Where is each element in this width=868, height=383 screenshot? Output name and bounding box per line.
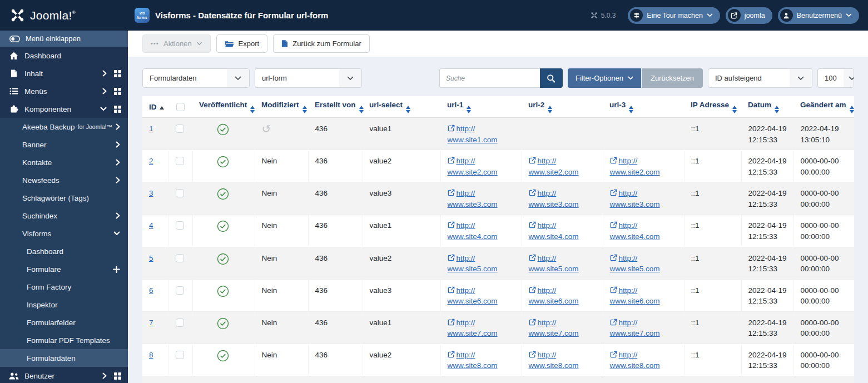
url-link[interactable]: http://www.site6.com (448, 286, 498, 306)
column-header-id[interactable]: ID (142, 96, 168, 118)
column-header-url-2[interactable]: url-2 (522, 96, 603, 118)
reset-button[interactable]: Zurücksetzen (642, 68, 703, 88)
record-id-link[interactable]: 2 (149, 157, 153, 165)
sidebar-item-schlagw-rter-tags[interactable]: Schlagwörter (Tags) (0, 189, 128, 207)
row-checkbox[interactable] (176, 157, 184, 165)
sidebar-item-formular-pdf-templates[interactable]: Formular PDF Templates (0, 331, 128, 349)
url-link[interactable]: http://www.site6.com (529, 286, 579, 306)
published-icon[interactable] (217, 220, 229, 236)
column-header-erstellt-von[interactable]: Erstellt von (308, 96, 363, 118)
sidebar-item-men-s[interactable]: Menüs (0, 82, 128, 100)
published-icon[interactable] (217, 123, 229, 139)
sidebar-item-kontakte[interactable]: Kontakte (0, 153, 128, 171)
column-header-url-select[interactable]: url-select (363, 96, 440, 118)
url-link[interactable]: http://www.site5.com (610, 254, 660, 273)
url-link[interactable]: http://www.site7.com (529, 319, 579, 338)
column-header-datum[interactable]: Datum (741, 96, 793, 118)
date-value: 2022-04-19 12:15:33 (748, 286, 787, 306)
context-select[interactable]: Formulardaten (142, 68, 250, 88)
record-id-link[interactable]: 4 (149, 221, 153, 230)
sidebar-item-formularfelder[interactable]: Formularfelder (0, 314, 128, 331)
url-link[interactable]: http://www.site5.com (448, 254, 498, 273)
url-link[interactable]: http://www.site3.com (529, 189, 579, 208)
column-header-ip-adresse[interactable]: IP Adresse (684, 96, 741, 118)
url-link[interactable]: http://www.site2.com (610, 157, 660, 176)
sidebar-item-banner[interactable]: Banner (0, 136, 128, 153)
url-link[interactable]: http://www.site2.com (448, 157, 498, 176)
url-link[interactable]: http://www.site7.com (448, 319, 498, 338)
url-link[interactable]: http://www.site3.com (610, 189, 660, 208)
column-header-ver-ffentlicht[interactable]: Veröffentlicht (192, 96, 255, 118)
sidebar-item-akeeba-backup[interactable]: Akeeba Backupfor Joomla!™ (0, 118, 128, 136)
row-checkbox[interactable] (176, 286, 184, 295)
date-value: 2022-04-19 12:15:33 (748, 319, 787, 338)
row-checkbox[interactable] (176, 254, 184, 262)
column-header-ge-ndert-am[interactable]: Geändert am (793, 96, 854, 118)
url-link[interactable]: http://www.site8.com (448, 351, 498, 370)
sidebar-item-formulardaten[interactable]: Formulardaten (0, 349, 128, 367)
sidebar-item-label: Formular PDF Templates (27, 336, 110, 345)
row-checkbox[interactable] (176, 221, 184, 230)
record-id-link[interactable]: 6 (149, 286, 153, 295)
url-link[interactable]: http://www.site8.com (529, 351, 579, 370)
record-id-link[interactable]: 5 (149, 254, 153, 262)
modified-value: Nein (262, 189, 277, 197)
published-icon[interactable] (217, 350, 229, 365)
select-all-checkbox[interactable] (176, 103, 185, 111)
url-link[interactable]: http://www.site2.com (529, 157, 579, 176)
url-link[interactable]: http://www.site4.com (529, 221, 579, 241)
published-icon[interactable] (217, 317, 229, 333)
sidebar-item-komponenten[interactable]: Komponenten (0, 100, 128, 118)
column-header-url-1[interactable]: url-1 (440, 96, 522, 118)
sidebar-item-inspektor[interactable]: Inspektor (0, 296, 128, 314)
url-link[interactable]: http://www.site7.com (610, 319, 660, 338)
form-select[interactable]: url-form (255, 68, 362, 88)
url-link[interactable]: http://www.site8.com (610, 351, 660, 370)
created-by-value: 436 (315, 189, 328, 197)
back-to-form-button[interactable]: Zurück zum Formular (273, 34, 370, 53)
sort-select[interactable]: ID aufsteigend (708, 68, 812, 88)
version-badge: 5.0.3 (591, 12, 616, 19)
row-checkbox[interactable] (176, 319, 184, 327)
record-id-link[interactable]: 8 (149, 351, 153, 359)
column-header-modifiziert[interactable]: Modifiziert (255, 96, 308, 118)
url-link[interactable]: http://www.site5.com (529, 254, 579, 273)
filter-options-button[interactable]: Filter-Optionen (568, 68, 641, 88)
url-link[interactable]: http://www.site1.com (448, 125, 498, 144)
search-button[interactable] (540, 68, 563, 88)
sidebar-item-visforms[interactable]: Visforms (0, 225, 128, 242)
sidebar-item-newsfeeds[interactable]: Newsfeeds (0, 171, 128, 189)
actions-button[interactable]: ••• Aktionen (142, 34, 211, 53)
record-id-link[interactable]: 3 (149, 189, 153, 197)
published-icon[interactable] (217, 253, 229, 268)
published-icon[interactable] (217, 188, 229, 203)
sidebar-item-dashboard[interactable]: Dashboard (0, 47, 128, 64)
sidebar-item-dashboard[interactable]: Dashboard (0, 242, 128, 260)
export-button[interactable]: Export (216, 34, 268, 53)
sidebar-item-inhalt[interactable]: Inhalt (0, 64, 128, 82)
sidebar-item-suchindex[interactable]: Suchindex (0, 207, 128, 225)
column-label: ID (149, 103, 157, 111)
column-header-url-3[interactable]: url-3 (603, 96, 684, 118)
joomla-wordmark: Joomla! (30, 9, 72, 22)
sidebar-item-benutzer[interactable]: Benutzer (0, 367, 128, 383)
site-preview-button[interactable]: joomla (726, 7, 772, 24)
search-input[interactable] (439, 68, 540, 88)
sidebar-item-form-factory[interactable]: Form Factory (0, 278, 128, 296)
row-checkbox[interactable] (176, 125, 184, 133)
url-link[interactable]: http://www.site4.com (448, 221, 498, 241)
url-link[interactable]: http://www.site3.com (448, 189, 498, 208)
record-id-link[interactable]: 1 (149, 125, 153, 133)
published-icon[interactable] (217, 285, 229, 301)
published-icon[interactable] (217, 156, 229, 171)
url-link[interactable]: http://www.site4.com (610, 221, 660, 241)
sidebar-item-formulare[interactable]: Formulare (0, 260, 128, 278)
menu-collapse-button[interactable]: Menü einklappen (0, 31, 128, 47)
tour-button[interactable]: Eine Tour machen (628, 7, 720, 24)
url-link[interactable]: http://www.site6.com (610, 286, 660, 306)
limit-select[interactable]: 100 (817, 68, 854, 88)
row-checkbox[interactable] (176, 189, 184, 197)
record-id-link[interactable]: 7 (149, 319, 153, 327)
row-checkbox[interactable] (176, 351, 184, 359)
user-menu-button[interactable]: Benutzermenü (778, 7, 859, 24)
